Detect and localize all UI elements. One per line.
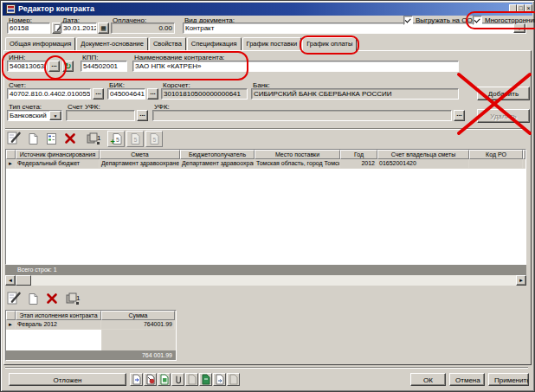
f5-icon: 5 — [148, 132, 161, 145]
copy-stage-button[interactable]: 1 — [64, 290, 81, 306]
financing-table-status: Всего строк: 1 — [5, 265, 526, 275]
copy-row-button[interactable]: 1 — [85, 130, 102, 146]
paid-field: 0.00 — [111, 22, 175, 34]
ufk-account-lookup-button[interactable]: ... — [137, 110, 148, 121]
col-owner-account[interactable]: Счет владельца сметы — [377, 150, 469, 159]
svg-text:1: 1 — [76, 294, 81, 302]
tab-properties[interactable]: Свойства — [149, 37, 186, 50]
delete-stage-button[interactable] — [45, 292, 59, 305]
inn-lookup-button[interactable]: ... — [48, 61, 60, 72]
edit-stage-button[interactable] — [5, 290, 23, 306]
svg-text:+: + — [110, 138, 114, 145]
col-delivery-place[interactable]: Место поставки — [255, 150, 340, 159]
scroll-right-icon[interactable]: ► — [516, 275, 526, 286]
counterparty-name-input[interactable]: ЗАО НПК «КАТРЕН» — [132, 61, 459, 72]
copy-one-icon: 1 — [86, 131, 101, 146]
row-count-label: Всего строк: 1 — [17, 267, 57, 273]
refresh-button[interactable]: ↻ — [62, 61, 74, 72]
bik-input[interactable]: 045004641 — [107, 88, 145, 100]
header-selector — [6, 311, 16, 320]
table-row[interactable]: ► Федеральный бюджет Департамент здравоо… — [6, 159, 525, 169]
contract-editor-window: { "window": { "title": "Редактор контрак… — [0, 0, 535, 392]
paperclip-icon — [173, 374, 184, 385]
ellipsis-icon: ... — [95, 88, 101, 96]
ok-button[interactable]: ОК — [410, 373, 446, 386]
financing-table[interactable]: Источник финансирования Смета Бюджетопол… — [5, 149, 526, 265]
apply-button[interactable]: Применить — [488, 373, 529, 386]
doc-type-value: Контракт — [185, 24, 214, 32]
doc-action-button-2[interactable] — [144, 373, 157, 386]
cancel-button[interactable]: Отмена — [449, 373, 485, 386]
col-stage[interactable]: Этап исполнения контракта — [16, 311, 101, 320]
delete-cross-icon — [46, 292, 58, 305]
ufk-account-input[interactable] — [66, 110, 135, 121]
maximize-button[interactable]: □ — [517, 4, 525, 12]
ellipsis-icon: ... — [456, 110, 462, 118]
number-input[interactable]: 60158 — [7, 22, 50, 34]
stages-total-bar: 764 001.99 — [6, 350, 176, 361]
tab-strip: Общая информация Документ-основание Свой… — [5, 37, 358, 52]
tab-delivery-schedule[interactable]: График поставки — [242, 37, 302, 50]
account-input[interactable]: 40702.810.0.4402.0100550 — [7, 88, 91, 100]
table-row[interactable]: ► Февраль 2012 764001.99 — [6, 320, 176, 330]
col-amount[interactable]: Сумма — [101, 311, 175, 320]
upload-oos-checkbox[interactable]: Выгружать на ООС — [403, 16, 477, 25]
ufk-input[interactable] — [152, 110, 452, 121]
svg-text:5: 5 — [133, 137, 137, 143]
edit-row-button[interactable] — [5, 130, 23, 146]
delete-row-button[interactable] — [63, 132, 77, 145]
scroll-left-icon[interactable]: ◄ — [5, 275, 16, 286]
bank-field: СИБИРСКИЙ БАНК СБЕРБАНКА РОССИИ — [251, 88, 459, 100]
account-type-combo[interactable]: Банковский ▼ — [7, 110, 62, 121]
f5-button-2: 5 — [145, 131, 163, 147]
inn-input[interactable]: 5408130633 — [7, 61, 47, 72]
tab-specification[interactable]: Спецификация — [187, 37, 242, 50]
calendar-button[interactable]: ▦ — [98, 22, 109, 34]
row-properties-button[interactable] — [44, 132, 58, 145]
page-arrow2-icon — [215, 374, 225, 385]
minimize-button[interactable]: _ — [509, 4, 517, 12]
chevron-down-icon[interactable]: ▼ — [49, 111, 61, 120]
new-row-button[interactable] — [26, 132, 40, 145]
doc-action-button-1[interactable] — [130, 373, 143, 386]
corr-field: 30101810500000000641 — [161, 88, 248, 100]
multilateral-label: Многосторонний — [485, 16, 535, 24]
col-estimate[interactable]: Смета — [100, 150, 180, 159]
state-button[interactable]: Отложен — [9, 373, 126, 386]
col-budget-recipient[interactable]: Бюджетополучатель — [180, 150, 255, 159]
financing-table-hscrollbar[interactable]: ◄ ► — [5, 275, 526, 286]
kpp-input[interactable]: 544502001 — [81, 61, 127, 72]
multilateral-checkbox[interactable]: Многосторонний — [473, 16, 535, 25]
doc-action-button-7[interactable] — [213, 373, 226, 386]
col-ro-code[interactable]: Код РО — [469, 150, 523, 159]
col-year[interactable]: Год — [340, 150, 377, 159]
col-funding-source[interactable]: Источник финансирования — [16, 150, 100, 159]
stages-table[interactable]: Этап исполнения контракта Сумма ► Феврал… — [5, 310, 177, 361]
close-button[interactable]: × — [525, 4, 532, 12]
row-marker-icon: ► — [8, 161, 13, 166]
divider — [5, 128, 526, 130]
tab-payment-schedule[interactable]: График оплаты — [302, 37, 357, 52]
ufk-lookup-button[interactable]: ... — [454, 110, 465, 121]
tab-basis-document[interactable]: Документ-основание — [76, 37, 148, 50]
page-arrow-icon — [132, 374, 142, 385]
page-dark-green-icon — [201, 374, 211, 385]
new-stage-button[interactable] — [26, 292, 40, 305]
doc-action-button-3[interactable] — [158, 373, 171, 386]
scrollbar-thumb[interactable] — [16, 275, 31, 286]
svg-text:5: 5 — [152, 137, 156, 143]
bik-lookup-button[interactable]: ... — [147, 88, 158, 100]
add-f5-button[interactable]: 5+ — [107, 131, 125, 147]
tab-general[interactable]: Общая информация — [5, 37, 75, 50]
attachment-button[interactable] — [171, 373, 184, 386]
doc-action-button-8 — [227, 373, 240, 386]
account-lookup-button[interactable]: ... — [93, 88, 104, 100]
doc-action-button-6[interactable] — [199, 373, 212, 386]
delete-cross-icon — [64, 132, 76, 145]
date-input[interactable]: 30.01.2012 — [61, 22, 97, 34]
add-account-button[interactable]: Добавить — [477, 87, 530, 100]
title-bar[interactable]: Редактор контракта — [3, 3, 532, 16]
ellipsis-icon: ... — [51, 61, 57, 68]
account-type-value: Банковский — [10, 112, 47, 119]
svg-text:5: 5 — [116, 137, 119, 143]
